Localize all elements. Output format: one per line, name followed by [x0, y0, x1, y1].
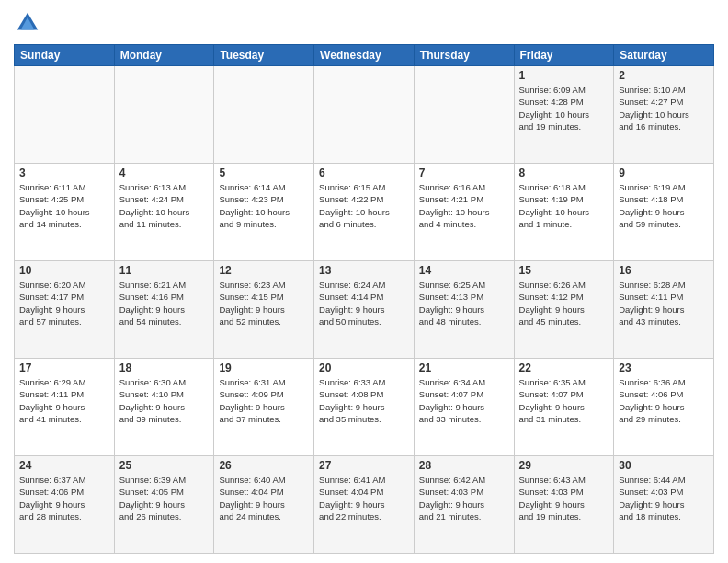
day-number: 26 [219, 459, 309, 472]
day-info: Sunrise: 6:43 AM Sunset: 4:03 PM Dayligh… [519, 474, 609, 523]
calendar-cell: 28Sunrise: 6:42 AM Sunset: 4:03 PM Dayli… [414, 456, 514, 554]
day-info: Sunrise: 6:29 AM Sunset: 4:11 PM Dayligh… [19, 376, 109, 425]
day-info: Sunrise: 6:30 AM Sunset: 4:10 PM Dayligh… [119, 376, 210, 425]
calendar-cell: 8Sunrise: 6:18 AM Sunset: 4:19 PM Daylig… [514, 164, 614, 261]
day-info: Sunrise: 6:24 AM Sunset: 4:14 PM Dayligh… [319, 279, 409, 327]
day-info: Sunrise: 6:19 AM Sunset: 4:18 PM Dayligh… [619, 181, 709, 230]
calendar-cell: 3Sunrise: 6:11 AM Sunset: 4:25 PM Daylig… [15, 164, 115, 261]
day-info: Sunrise: 6:37 AM Sunset: 4:06 PM Dayligh… [19, 474, 109, 523]
calendar-cell: 25Sunrise: 6:39 AM Sunset: 4:05 PM Dayli… [114, 456, 214, 554]
calendar-cell [114, 66, 214, 164]
day-number: 17 [19, 362, 109, 374]
calendar-cell: 29Sunrise: 6:43 AM Sunset: 4:03 PM Dayli… [514, 456, 614, 554]
day-number: 24 [19, 459, 109, 472]
calendar-cell: 30Sunrise: 6:44 AM Sunset: 4:03 PM Dayli… [614, 456, 714, 554]
day-number: 20 [319, 362, 409, 374]
day-info: Sunrise: 6:09 AM Sunset: 4:28 PM Dayligh… [519, 84, 609, 132]
day-info: Sunrise: 6:23 AM Sunset: 4:15 PM Dayligh… [219, 279, 309, 327]
calendar-cell: 2Sunrise: 6:10 AM Sunset: 4:27 PM Daylig… [614, 66, 714, 164]
day-info: Sunrise: 6:16 AM Sunset: 4:21 PM Dayligh… [419, 181, 509, 230]
day-number: 30 [619, 459, 709, 472]
calendar-cell: 18Sunrise: 6:30 AM Sunset: 4:10 PM Dayli… [114, 359, 214, 456]
calendar-cell [314, 66, 415, 164]
day-number: 1 [519, 69, 609, 82]
day-number: 11 [119, 264, 210, 277]
calendar-week-row: 10Sunrise: 6:20 AM Sunset: 4:17 PM Dayli… [15, 261, 714, 359]
calendar-weekday-header: Monday [114, 45, 214, 66]
day-info: Sunrise: 6:34 AM Sunset: 4:07 PM Dayligh… [419, 376, 509, 425]
day-info: Sunrise: 6:33 AM Sunset: 4:08 PM Dayligh… [319, 376, 409, 425]
header [14, 9, 714, 37]
calendar-cell: 10Sunrise: 6:20 AM Sunset: 4:17 PM Dayli… [15, 261, 115, 359]
day-number: 13 [319, 264, 409, 277]
day-info: Sunrise: 6:21 AM Sunset: 4:16 PM Dayligh… [119, 279, 210, 327]
calendar-header-row: SundayMondayTuesdayWednesdayThursdayFrid… [15, 45, 714, 66]
day-info: Sunrise: 6:10 AM Sunset: 4:27 PM Dayligh… [619, 84, 709, 132]
calendar-cell: 13Sunrise: 6:24 AM Sunset: 4:14 PM Dayli… [314, 261, 415, 359]
calendar-cell [414, 66, 514, 164]
calendar-weekday-header: Sunday [15, 45, 115, 66]
day-number: 16 [619, 264, 709, 277]
day-number: 21 [419, 362, 509, 374]
calendar-cell: 19Sunrise: 6:31 AM Sunset: 4:09 PM Dayli… [214, 359, 314, 456]
day-info: Sunrise: 6:26 AM Sunset: 4:12 PM Dayligh… [519, 279, 609, 327]
page: SundayMondayTuesdayWednesdayThursdayFrid… [0, 0, 728, 563]
calendar-cell: 7Sunrise: 6:16 AM Sunset: 4:21 PM Daylig… [414, 164, 514, 261]
logo [14, 9, 45, 37]
calendar-week-row: 17Sunrise: 6:29 AM Sunset: 4:11 PM Dayli… [15, 359, 714, 456]
day-number: 22 [519, 362, 609, 374]
day-number: 18 [119, 362, 210, 374]
calendar-cell: 22Sunrise: 6:35 AM Sunset: 4:07 PM Dayli… [514, 359, 614, 456]
day-number: 28 [419, 459, 509, 472]
day-number: 23 [619, 362, 709, 374]
calendar-cell: 26Sunrise: 6:40 AM Sunset: 4:04 PM Dayli… [214, 456, 314, 554]
calendar-cell: 5Sunrise: 6:14 AM Sunset: 4:23 PM Daylig… [214, 164, 314, 261]
logo-icon [14, 9, 41, 37]
day-number: 27 [319, 459, 409, 472]
calendar-cell: 16Sunrise: 6:28 AM Sunset: 4:11 PM Dayli… [614, 261, 714, 359]
day-info: Sunrise: 6:20 AM Sunset: 4:17 PM Dayligh… [19, 279, 109, 327]
calendar-cell: 20Sunrise: 6:33 AM Sunset: 4:08 PM Dayli… [314, 359, 415, 456]
calendar-cell: 4Sunrise: 6:13 AM Sunset: 4:24 PM Daylig… [114, 164, 214, 261]
calendar-cell: 21Sunrise: 6:34 AM Sunset: 4:07 PM Dayli… [414, 359, 514, 456]
day-info: Sunrise: 6:15 AM Sunset: 4:22 PM Dayligh… [319, 181, 409, 230]
day-info: Sunrise: 6:40 AM Sunset: 4:04 PM Dayligh… [219, 474, 309, 523]
day-info: Sunrise: 6:41 AM Sunset: 4:04 PM Dayligh… [319, 474, 409, 523]
day-info: Sunrise: 6:42 AM Sunset: 4:03 PM Dayligh… [419, 474, 509, 523]
calendar-cell: 17Sunrise: 6:29 AM Sunset: 4:11 PM Dayli… [15, 359, 115, 456]
calendar-cell: 15Sunrise: 6:26 AM Sunset: 4:12 PM Dayli… [514, 261, 614, 359]
day-info: Sunrise: 6:31 AM Sunset: 4:09 PM Dayligh… [219, 376, 309, 425]
day-number: 2 [619, 69, 709, 82]
calendar-cell [214, 66, 314, 164]
day-info: Sunrise: 6:13 AM Sunset: 4:24 PM Dayligh… [119, 181, 210, 230]
day-info: Sunrise: 6:35 AM Sunset: 4:07 PM Dayligh… [519, 376, 609, 425]
day-info: Sunrise: 6:44 AM Sunset: 4:03 PM Dayligh… [619, 474, 709, 523]
calendar-cell: 24Sunrise: 6:37 AM Sunset: 4:06 PM Dayli… [15, 456, 115, 554]
calendar-cell: 27Sunrise: 6:41 AM Sunset: 4:04 PM Dayli… [314, 456, 415, 554]
day-number: 29 [519, 459, 609, 472]
calendar-cell [15, 66, 115, 164]
day-number: 12 [219, 264, 309, 277]
day-number: 5 [219, 167, 309, 179]
day-number: 14 [419, 264, 509, 277]
day-info: Sunrise: 6:36 AM Sunset: 4:06 PM Dayligh… [619, 376, 709, 425]
day-number: 4 [119, 167, 210, 179]
day-info: Sunrise: 6:11 AM Sunset: 4:25 PM Dayligh… [19, 181, 109, 230]
calendar-cell: 1Sunrise: 6:09 AM Sunset: 4:28 PM Daylig… [514, 66, 614, 164]
day-number: 7 [419, 167, 509, 179]
day-info: Sunrise: 6:14 AM Sunset: 4:23 PM Dayligh… [219, 181, 309, 230]
day-info: Sunrise: 6:28 AM Sunset: 4:11 PM Dayligh… [619, 279, 709, 327]
day-number: 25 [119, 459, 210, 472]
calendar-cell: 11Sunrise: 6:21 AM Sunset: 4:16 PM Dayli… [114, 261, 214, 359]
day-number: 10 [19, 264, 109, 277]
calendar-cell: 23Sunrise: 6:36 AM Sunset: 4:06 PM Dayli… [614, 359, 714, 456]
calendar-weekday-header: Thursday [414, 45, 514, 66]
calendar-weekday-header: Wednesday [314, 45, 415, 66]
calendar-cell: 14Sunrise: 6:25 AM Sunset: 4:13 PM Dayli… [414, 261, 514, 359]
day-info: Sunrise: 6:18 AM Sunset: 4:19 PM Dayligh… [519, 181, 609, 230]
day-number: 3 [19, 167, 109, 179]
calendar-table: SundayMondayTuesdayWednesdayThursdayFrid… [14, 44, 714, 554]
day-number: 6 [319, 167, 409, 179]
day-number: 15 [519, 264, 609, 277]
day-number: 9 [619, 167, 709, 179]
